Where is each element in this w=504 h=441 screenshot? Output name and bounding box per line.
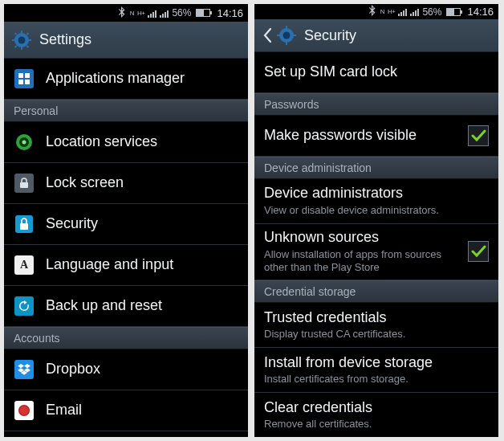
security-icon [14,214,35,235]
item-sublabel: Display trusted CA certificates. [264,328,489,341]
section-passwords: Passwords [254,93,498,116]
item-email[interactable]: Email [4,390,248,431]
signal-icon [398,7,407,16]
svg-rect-21 [293,35,296,36]
item-sublabel: Install certificates from storage. [264,373,489,386]
item-label: Applications manager [46,70,238,88]
clock: 14:16 [467,6,494,18]
item-passwords-visible[interactable]: Make passwords visible [254,116,498,157]
backup-icon [14,296,35,316]
status-bar: N H+ 56% 14:16 [254,4,498,19]
item-label: Make passwords visible [264,127,457,145]
section-personal: Personal [4,100,248,122]
item-label: Clear credentials [264,399,489,417]
gear-icon [277,26,296,45]
signal-icon [148,9,156,18]
svg-point-1 [18,36,26,43]
item-sublabel: Allow installation of apps from sources … [264,248,457,275]
item-label: Language and input [46,256,238,274]
svg-rect-19 [286,42,287,45]
svg-point-17 [283,32,291,39]
settings-screen: N H+ 56% 14:16 Settings Applications man… [4,4,248,437]
svg-rect-15 [20,223,28,230]
svg-rect-9 [26,45,30,48]
chevron-left-icon [262,27,272,43]
bluetooth-icon [119,6,127,20]
page-title: Settings [39,31,91,48]
item-label: Security [46,215,238,233]
item-label: Unknown sources [264,229,457,247]
item-label: Device administrators [264,185,489,202]
checkmark-icon [470,243,486,259]
svg-rect-6 [14,32,18,35]
network-indicator-1: N [130,10,134,17]
item-location-services[interactable]: Location services [4,122,248,163]
svg-rect-13 [20,182,28,188]
gear-icon [12,31,31,50]
lock-icon [14,173,35,194]
checkbox[interactable] [468,241,489,262]
item-backup-reset[interactable]: Back up and reset [4,286,248,327]
checkbox[interactable] [468,125,489,146]
section-device-admin: Device administration [254,157,498,179]
action-bar: Settings [4,22,248,59]
item-label: Back up and reset [46,297,238,315]
location-icon [14,132,35,153]
svg-rect-18 [286,26,287,29]
item-label: Location services [46,133,238,151]
checkmark-icon [470,128,486,144]
svg-rect-8 [14,45,18,48]
item-sublabel: Remove all certificates. [264,418,489,431]
item-lock-screen[interactable]: Lock screen [4,163,248,204]
clock: 14:16 [217,7,243,19]
item-label: Install from device storage [264,354,489,372]
network-indicator-1: N [380,8,384,15]
item-label: Dropbox [46,361,238,378]
item-sublabel: View or disable device administrators. [264,204,489,217]
svg-point-12 [22,141,26,145]
item-install-from-storage[interactable]: Install from device storage Install cert… [254,348,498,393]
email-icon [14,400,35,421]
item-clear-credentials[interactable]: Clear credentials Remove all certificate… [254,393,498,437]
back-button[interactable] [262,26,296,45]
network-indicator-2: H+ [137,10,144,17]
apps-icon [14,68,35,89]
battery-icon [446,8,461,16]
item-device-administrators[interactable]: Device administrators View or disable de… [254,179,498,224]
item-dropbox[interactable]: Dropbox [4,349,248,390]
network-indicator-2: H+ [388,8,395,15]
item-label: Trusted credentials [264,309,489,327]
svg-rect-4 [12,39,15,41]
dropbox-icon [14,359,35,380]
svg-rect-5 [28,39,31,41]
battery-percent: 56% [422,6,441,18]
item-security[interactable]: Security [4,204,248,245]
signal-icon-2 [410,7,419,16]
status-bar: N H+ 56% 14:16 [4,4,248,22]
section-accounts: Accounts [4,327,248,349]
svg-rect-7 [26,32,30,35]
signal-icon-2 [160,9,169,18]
item-applications-manager[interactable]: Applications manager [4,59,248,100]
item-language-input[interactable]: A Language and input [4,245,248,286]
item-unknown-sources[interactable]: Unknown sources Allow installation of ap… [254,224,498,280]
page-title: Security [304,27,356,44]
security-screen: N H+ 56% 14:16 Security Set up SIM card … [254,4,498,437]
item-label: Set up SIM card lock [264,63,489,81]
battery-percent: 56% [172,7,191,18]
bluetooth-icon [369,5,377,18]
svg-rect-3 [21,47,22,50]
item-trusted-credentials[interactable]: Trusted credentials Display trusted CA c… [254,303,498,348]
svg-rect-2 [21,31,22,34]
battery-icon [196,9,210,17]
action-bar: Security [254,19,498,52]
section-credential-storage: Credential storage [254,280,498,303]
language-icon: A [14,255,35,276]
item-sim-card-lock[interactable]: Set up SIM card lock [254,52,498,93]
item-label: Lock screen [46,174,238,192]
svg-rect-20 [277,35,280,36]
item-label: Email [46,402,238,419]
